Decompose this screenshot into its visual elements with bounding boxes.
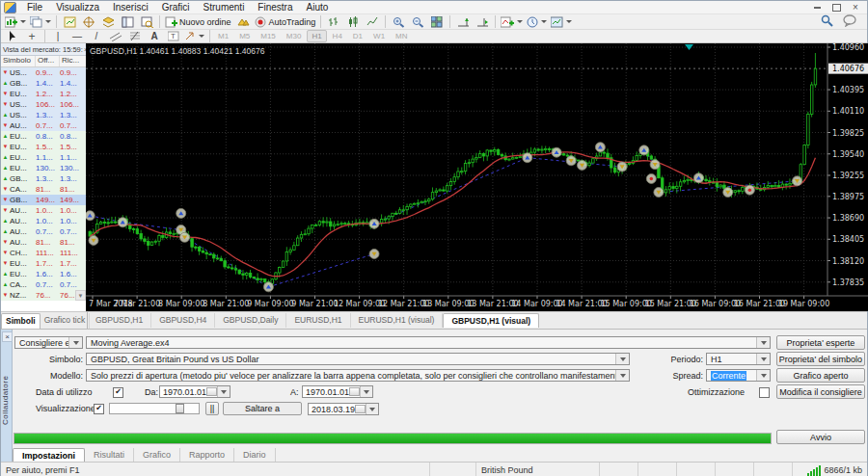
pause-button[interactable]: || xyxy=(205,402,219,415)
use-date-checkbox[interactable]: ✔ xyxy=(113,387,123,398)
market-watch-row[interactable]: ▼CA...81...81... xyxy=(1,184,86,195)
menu-item-finestra[interactable]: Finestra xyxy=(251,2,299,13)
market-watch-row[interactable]: ▼AU...81...81... xyxy=(1,237,86,248)
timeframe-button-m5[interactable]: M5 xyxy=(234,30,255,42)
chart-tab[interactable]: GBPUSD,H1 (visual) xyxy=(443,313,539,328)
bar-chart-mode-button[interactable] xyxy=(324,14,343,29)
chart-tab[interactable]: EURUSD,H1 xyxy=(286,313,350,328)
tester-tab-grafico[interactable]: Grafico xyxy=(134,448,180,463)
expert-properties-button[interactable]: Proprieta' esperte xyxy=(776,335,865,350)
autotrading-button[interactable]: AutoTrading xyxy=(253,14,318,29)
timeframe-button-w1[interactable]: W1 xyxy=(368,30,390,42)
market-watch-row[interactable]: ▼GB...149...149... xyxy=(1,195,86,205)
market-watch-row[interactable]: ▼US...106...106... xyxy=(1,99,86,110)
search-icon[interactable] xyxy=(821,13,833,31)
market-watch-row[interactable]: ▲EU...130...130... xyxy=(1,163,86,173)
tester-tab-diario[interactable]: Diario xyxy=(234,448,276,463)
timeframe-button-mn[interactable]: MN xyxy=(391,30,412,42)
cursor-tool-button[interactable] xyxy=(3,29,22,43)
timeframe-button-m1[interactable]: M1 xyxy=(213,30,233,42)
column-symbol[interactable]: Simbolo xyxy=(1,56,36,66)
market-watch-row[interactable]: ▲GB...1.3...1.3... xyxy=(1,173,86,184)
channel-tool-button[interactable] xyxy=(106,29,125,43)
tester-tab-rapporto[interactable]: Rapporto xyxy=(180,448,234,463)
templates-button[interactable] xyxy=(549,14,574,29)
column-ask[interactable]: Ric... xyxy=(60,56,82,66)
market-watch-row[interactable]: ▼EU...1.7...1.7... xyxy=(1,258,86,269)
expert-name-combobox[interactable]: Moving Average.ex4 xyxy=(86,336,771,349)
chart-tab[interactable]: GBPUSD,H4 xyxy=(151,313,215,328)
timeframe-button-d1[interactable]: D1 xyxy=(348,30,367,42)
tester-close-icon[interactable]: × xyxy=(2,331,13,342)
text-tool-button[interactable]: A xyxy=(145,29,164,43)
chart-shift-button[interactable] xyxy=(473,14,492,29)
to-date-field[interactable]: 1970.01.01 xyxy=(302,385,373,398)
spread-combobox[interactable]: Corrente xyxy=(706,369,771,382)
symbol-properties-button[interactable]: Proprieta' del simbolo xyxy=(776,352,865,366)
from-date-field[interactable]: 1970.01.01 xyxy=(159,385,231,398)
text-label-tool-button[interactable]: T xyxy=(164,29,183,43)
tile-windows-button[interactable] xyxy=(427,14,447,29)
menu-item-grafici[interactable]: Grafici xyxy=(155,2,197,13)
vertical-line-tool-button[interactable]: | xyxy=(48,29,68,43)
terminal-toggle-button[interactable] xyxy=(98,14,118,29)
indicators-button[interactable] xyxy=(499,14,525,29)
visual-mode-checkbox[interactable]: ✔ xyxy=(94,404,104,414)
auto-scroll-button[interactable] xyxy=(453,14,473,29)
market-watch-row[interactable]: ▼EU...1.5...1.5... xyxy=(1,142,86,152)
slider-thumb[interactable] xyxy=(176,404,184,413)
timeframe-button-m15[interactable]: M15 xyxy=(256,30,281,42)
menu-item-inserisci[interactable]: Inserisci xyxy=(106,2,155,13)
timeframe-button-m30[interactable]: M30 xyxy=(282,30,307,42)
market-watch-row[interactable]: ▲EU...1.1...1.1... xyxy=(1,152,86,163)
modify-expert-button[interactable]: Modifica il consigliere xyxy=(776,384,865,399)
tester-tab-risultati[interactable]: Risultati xyxy=(85,448,134,463)
timeframe-button-h1[interactable]: H1 xyxy=(307,30,326,42)
model-combobox[interactable]: Solo prezzi di apertura (metodo piu' vel… xyxy=(86,369,630,382)
market-watch-toggle-button[interactable] xyxy=(60,14,79,29)
visual-speed-slider[interactable] xyxy=(109,403,200,414)
open-chart-button[interactable]: Grafico aperto xyxy=(776,368,865,383)
line-chart-mode-button[interactable] xyxy=(363,14,382,29)
period-combobox[interactable]: H1 xyxy=(706,353,771,365)
restore-button[interactable] xyxy=(830,3,842,12)
candlestick-mode-button[interactable] xyxy=(343,14,363,29)
new-order-button[interactable]: Nuovo ordine xyxy=(163,14,233,29)
close-button[interactable]: × xyxy=(850,3,861,12)
minimize-button[interactable] xyxy=(811,3,823,12)
market-watch-row[interactable]: ▲US...1.3...1.3... xyxy=(1,110,86,120)
navigator-toggle-button[interactable] xyxy=(79,14,98,29)
crosshair-tool-button[interactable]: + xyxy=(22,29,41,43)
market-watch-row[interactable]: ▲EU...1.6...1.6... xyxy=(1,269,86,279)
market-watch-row[interactable]: ▲AU...1.0...1.0... xyxy=(1,216,86,226)
market-watch-row[interactable]: ▲GB...1.4...1.4... xyxy=(1,78,86,89)
scroll-down-icon[interactable]: ▼ xyxy=(75,290,86,301)
symbol-combobox[interactable]: GBPUSD, Great Britain Pound vs US Dollar xyxy=(86,353,630,365)
market-watch-tab-simboli[interactable]: Simboli xyxy=(1,313,41,330)
market-watch-row[interactable]: ▼EU...1.2...1.2... xyxy=(1,89,86,99)
column-bid[interactable]: Off... xyxy=(36,56,60,66)
zoom-out-button[interactable] xyxy=(408,14,427,29)
menu-item-visualizza[interactable]: Visualizza xyxy=(49,2,106,13)
skip-date-field[interactable]: 2018.03.19 xyxy=(308,403,379,415)
market-watch-row[interactable]: ▲AU...0.7...0.7... xyxy=(1,226,86,237)
expert-type-combobox[interactable]: Consigliere esperto xyxy=(14,336,83,349)
market-watch-row[interactable]: ▼NZ...76...76... xyxy=(1,290,86,301)
arrows-tool-button[interactable] xyxy=(183,29,206,43)
start-button[interactable]: Avvio xyxy=(776,430,865,444)
chart-tab[interactable]: GBPUSD,Daily xyxy=(215,313,286,328)
market-watch-row[interactable]: ▼AU...1.0...1.0... xyxy=(1,205,86,216)
market-watch-row[interactable]: ▼CH...111...111... xyxy=(1,248,86,258)
optimization-checkbox[interactable] xyxy=(759,387,770,398)
market-watch-row[interactable]: ▼AU...0.7...0.7... xyxy=(1,120,86,131)
market-watch-row[interactable]: ▲EU...0.8...0.8... xyxy=(1,131,86,142)
strategy-tester-toggle-button[interactable] xyxy=(137,14,156,29)
tester-tab-impostazioni[interactable]: Impostazioni xyxy=(13,448,85,463)
menu-item-strumenti[interactable]: Strumenti xyxy=(197,2,252,13)
zoom-in-button[interactable] xyxy=(389,14,408,29)
horizontal-line-tool-button[interactable]: — xyxy=(68,29,87,43)
fibonacci-tool-button[interactable] xyxy=(125,29,145,43)
profiles-button[interactable] xyxy=(28,14,53,29)
metaeditor-button[interactable] xyxy=(233,14,253,29)
menu-item-file[interactable]: File xyxy=(20,2,49,13)
